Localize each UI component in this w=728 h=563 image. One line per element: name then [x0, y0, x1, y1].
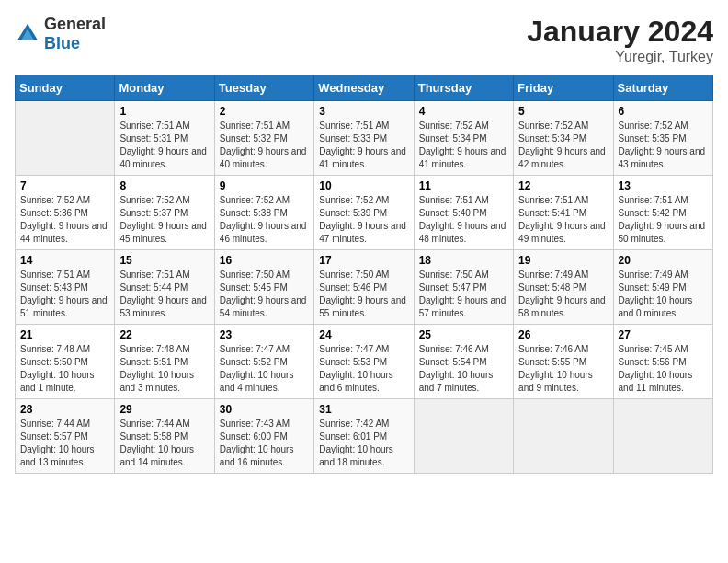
- day-number: 7: [20, 179, 109, 192]
- day-number: 2: [220, 105, 309, 118]
- calendar-cell: 26 Sunrise: 7:46 AM Sunset: 5:55 PM Dayl…: [514, 325, 613, 399]
- day-number: 9: [220, 179, 309, 192]
- day-info: Sunrise: 7:43 AM Sunset: 6:00 PM Dayligh…: [220, 418, 309, 469]
- day-number: 20: [619, 254, 708, 267]
- calendar-cell: 20 Sunrise: 7:49 AM Sunset: 5:49 PM Dayl…: [613, 250, 712, 325]
- day-number: 26: [518, 328, 608, 341]
- calendar-cell: 3 Sunrise: 7:51 AM Sunset: 5:33 PM Dayli…: [314, 101, 414, 176]
- calendar-cell: 16 Sunrise: 7:50 AM Sunset: 5:45 PM Dayl…: [214, 250, 313, 325]
- calendar-cell: 9 Sunrise: 7:52 AM Sunset: 5:38 PM Dayli…: [214, 176, 313, 250]
- day-info: Sunrise: 7:51 AM Sunset: 5:40 PM Dayligh…: [419, 194, 508, 246]
- weekday-header-tuesday: Tuesday: [214, 75, 313, 101]
- day-info: Sunrise: 7:50 AM Sunset: 5:47 PM Dayligh…: [419, 269, 508, 320]
- day-info: Sunrise: 7:52 AM Sunset: 5:35 PM Dayligh…: [619, 120, 708, 171]
- day-info: Sunrise: 7:51 AM Sunset: 5:32 PM Dayligh…: [220, 120, 309, 171]
- calendar-cell: 21 Sunrise: 7:48 AM Sunset: 5:50 PM Dayl…: [16, 325, 115, 399]
- calendar-cell: 31 Sunrise: 7:42 AM Sunset: 6:01 PM Dayl…: [314, 399, 414, 474]
- calendar-cell: 7 Sunrise: 7:52 AM Sunset: 5:36 PM Dayli…: [16, 176, 115, 250]
- day-number: 19: [518, 254, 608, 267]
- logo-icon: [15, 21, 40, 47]
- calendar-cell: 24 Sunrise: 7:47 AM Sunset: 5:53 PM Dayl…: [314, 325, 414, 399]
- calendar-cell: 19 Sunrise: 7:49 AM Sunset: 5:48 PM Dayl…: [514, 250, 613, 325]
- day-info: Sunrise: 7:52 AM Sunset: 5:39 PM Dayligh…: [319, 194, 408, 246]
- calendar-cell: 17 Sunrise: 7:50 AM Sunset: 5:46 PM Dayl…: [314, 250, 414, 325]
- title-block: January 2024 Yuregir, Turkey: [527, 15, 713, 65]
- calendar-cell: 25 Sunrise: 7:46 AM Sunset: 5:54 PM Dayl…: [414, 325, 513, 399]
- calendar-cell: 8 Sunrise: 7:52 AM Sunset: 5:37 PM Dayli…: [115, 176, 214, 250]
- day-number: 11: [419, 179, 508, 192]
- day-info: Sunrise: 7:47 AM Sunset: 5:52 PM Dayligh…: [220, 343, 309, 395]
- month-title: January 2024: [527, 15, 713, 49]
- day-info: Sunrise: 7:50 AM Sunset: 5:46 PM Dayligh…: [319, 269, 408, 320]
- day-info: Sunrise: 7:52 AM Sunset: 5:37 PM Dayligh…: [119, 194, 209, 246]
- location-title: Yuregir, Turkey: [527, 49, 713, 65]
- calendar-cell: 13 Sunrise: 7:51 AM Sunset: 5:42 PM Dayl…: [613, 176, 712, 250]
- day-info: Sunrise: 7:52 AM Sunset: 5:34 PM Dayligh…: [518, 120, 608, 171]
- calendar-cell: [613, 399, 712, 474]
- logo-blue-text: Blue: [44, 34, 80, 52]
- calendar-cell: 29 Sunrise: 7:44 AM Sunset: 5:58 PM Dayl…: [115, 399, 214, 474]
- day-number: 3: [319, 105, 408, 118]
- day-number: 27: [619, 328, 708, 341]
- logo: General Blue: [15, 15, 106, 53]
- day-info: Sunrise: 7:51 AM Sunset: 5:43 PM Dayligh…: [20, 269, 109, 320]
- calendar-cell: 1 Sunrise: 7:51 AM Sunset: 5:31 PM Dayli…: [115, 101, 214, 176]
- calendar-week-row: 1 Sunrise: 7:51 AM Sunset: 5:31 PM Dayli…: [16, 101, 713, 176]
- calendar-cell: 18 Sunrise: 7:50 AM Sunset: 5:47 PM Dayl…: [414, 250, 513, 325]
- calendar-cell: 5 Sunrise: 7:52 AM Sunset: 5:34 PM Dayli…: [514, 101, 613, 176]
- calendar-cell: [514, 399, 613, 474]
- calendar-cell: 30 Sunrise: 7:43 AM Sunset: 6:00 PM Dayl…: [214, 399, 313, 474]
- day-number: 29: [119, 403, 209, 416]
- calendar-cell: 2 Sunrise: 7:51 AM Sunset: 5:32 PM Dayli…: [214, 101, 313, 176]
- calendar-cell: [16, 101, 115, 176]
- day-info: Sunrise: 7:46 AM Sunset: 5:55 PM Dayligh…: [518, 343, 608, 395]
- day-number: 24: [319, 328, 408, 341]
- day-number: 14: [20, 254, 109, 267]
- calendar-cell: 14 Sunrise: 7:51 AM Sunset: 5:43 PM Dayl…: [16, 250, 115, 325]
- weekday-header-wednesday: Wednesday: [314, 75, 414, 101]
- day-info: Sunrise: 7:47 AM Sunset: 5:53 PM Dayligh…: [319, 343, 408, 395]
- day-number: 21: [20, 328, 109, 341]
- day-info: Sunrise: 7:44 AM Sunset: 5:57 PM Dayligh…: [20, 418, 109, 469]
- day-number: 4: [419, 105, 508, 118]
- day-info: Sunrise: 7:52 AM Sunset: 5:36 PM Dayligh…: [20, 194, 109, 246]
- day-number: 31: [319, 403, 408, 416]
- day-info: Sunrise: 7:48 AM Sunset: 5:50 PM Dayligh…: [20, 343, 109, 395]
- calendar-cell: 27 Sunrise: 7:45 AM Sunset: 5:56 PM Dayl…: [613, 325, 712, 399]
- day-number: 15: [119, 254, 209, 267]
- day-number: 6: [619, 105, 708, 118]
- calendar-week-row: 14 Sunrise: 7:51 AM Sunset: 5:43 PM Dayl…: [16, 250, 713, 325]
- day-number: 22: [119, 328, 209, 341]
- day-number: 16: [220, 254, 309, 267]
- calendar-week-row: 28 Sunrise: 7:44 AM Sunset: 5:57 PM Dayl…: [16, 399, 713, 474]
- day-number: 18: [419, 254, 508, 267]
- day-info: Sunrise: 7:51 AM Sunset: 5:44 PM Dayligh…: [119, 269, 209, 320]
- calendar-header-row: SundayMondayTuesdayWednesdayThursdayFrid…: [16, 75, 713, 101]
- calendar-table: SundayMondayTuesdayWednesdayThursdayFrid…: [15, 75, 713, 474]
- day-info: Sunrise: 7:49 AM Sunset: 5:48 PM Dayligh…: [518, 269, 608, 320]
- weekday-header-sunday: Sunday: [16, 75, 115, 101]
- calendar-cell: [414, 399, 513, 474]
- calendar-cell: 23 Sunrise: 7:47 AM Sunset: 5:52 PM Dayl…: [214, 325, 313, 399]
- day-number: 17: [319, 254, 408, 267]
- day-info: Sunrise: 7:49 AM Sunset: 5:49 PM Dayligh…: [619, 269, 708, 320]
- day-info: Sunrise: 7:46 AM Sunset: 5:54 PM Dayligh…: [419, 343, 508, 395]
- weekday-header-thursday: Thursday: [414, 75, 513, 101]
- logo-general-text: General: [44, 15, 106, 33]
- calendar-cell: 10 Sunrise: 7:52 AM Sunset: 5:39 PM Dayl…: [314, 176, 414, 250]
- day-info: Sunrise: 7:50 AM Sunset: 5:45 PM Dayligh…: [220, 269, 309, 320]
- day-number: 1: [119, 105, 209, 118]
- day-number: 28: [20, 403, 109, 416]
- day-number: 10: [319, 179, 408, 192]
- day-number: 23: [220, 328, 309, 341]
- day-info: Sunrise: 7:51 AM Sunset: 5:33 PM Dayligh…: [319, 120, 408, 171]
- calendar-week-row: 7 Sunrise: 7:52 AM Sunset: 5:36 PM Dayli…: [16, 176, 713, 250]
- weekday-header-friday: Friday: [514, 75, 613, 101]
- weekday-header-monday: Monday: [115, 75, 214, 101]
- calendar-cell: 11 Sunrise: 7:51 AM Sunset: 5:40 PM Dayl…: [414, 176, 513, 250]
- day-info: Sunrise: 7:51 AM Sunset: 5:31 PM Dayligh…: [119, 120, 209, 171]
- calendar-week-row: 21 Sunrise: 7:48 AM Sunset: 5:50 PM Dayl…: [16, 325, 713, 399]
- calendar-cell: 6 Sunrise: 7:52 AM Sunset: 5:35 PM Dayli…: [613, 101, 712, 176]
- calendar-cell: 12 Sunrise: 7:51 AM Sunset: 5:41 PM Dayl…: [514, 176, 613, 250]
- day-info: Sunrise: 7:44 AM Sunset: 5:58 PM Dayligh…: [119, 418, 209, 469]
